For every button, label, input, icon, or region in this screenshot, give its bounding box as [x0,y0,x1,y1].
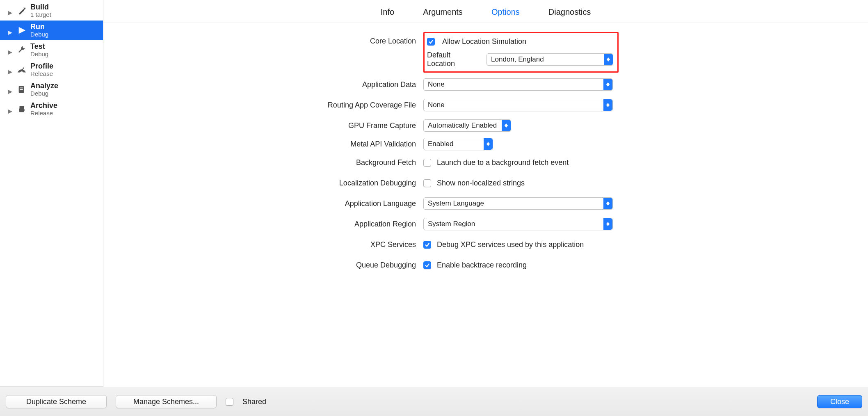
archive-icon [16,105,27,114]
gpu-frame-capture-value: Automatically Enabled [428,121,497,130]
sidebar-item-labels: Build 1 target [30,3,51,18]
xpc-services-check-label: Debug XPC services used by this applicat… [437,240,584,249]
sidebar-item-subtitle: Debug [30,90,58,97]
routing-file-select[interactable]: None [423,99,613,111]
select-stepper-icon [502,120,511,131]
play-icon [16,26,27,35]
gpu-frame-capture-label: GPU Frame Capture [103,121,423,130]
sidebar-item-profile[interactable]: Profile Release [0,60,103,80]
main-area: Build 1 target Run Debug [0,0,868,387]
sidebar-item-title: Analyze [30,82,58,90]
routing-file-label: Routing App Coverage File [103,101,423,110]
disclosure-triangle-icon[interactable] [8,107,12,111]
select-stepper-icon [603,218,612,230]
svg-marker-5 [8,90,12,94]
background-fetch-checkbox[interactable] [423,159,431,167]
sidebar-item-title: Run [30,23,48,31]
queue-debugging-checkbox[interactable] [423,261,431,269]
select-stepper-icon [603,198,612,209]
application-language-label: Application Language [103,199,423,208]
svg-marker-21 [606,203,610,206]
svg-marker-17 [505,126,508,128]
svg-rect-8 [20,89,23,90]
sidebar-item-labels: Archive Release [30,102,57,117]
svg-rect-7 [20,87,23,88]
queue-debugging-check-label: Enable backtrace recording [437,261,527,270]
xpc-services-checkbox[interactable] [423,241,431,249]
select-stepper-icon [603,79,612,90]
svg-marker-19 [487,144,490,146]
tab-diagnostics[interactable]: Diagnostics [548,7,591,17]
svg-marker-2 [19,27,25,34]
application-data-label: Application Data [103,80,423,89]
wrench-icon [16,46,27,55]
shared-checkbox[interactable] [226,398,233,406]
select-stepper-icon [484,138,493,150]
background-fetch-check-label: Launch due to a background fetch event [437,158,569,167]
svg-marker-9 [8,110,12,114]
close-label: Close [830,398,849,406]
gpu-frame-capture-select[interactable]: Automatically Enabled [423,119,511,132]
footer-bar: Duplicate Scheme Manage Schemes... Share… [0,387,868,416]
tab-options[interactable]: Options [491,7,520,17]
disclosure-triangle-icon[interactable] [8,9,12,13]
svg-marker-11 [607,59,610,62]
shared-label: Shared [242,398,266,406]
disclosure-triangle-icon[interactable] [8,28,12,32]
xpc-services-label: XPC Services [103,240,423,249]
svg-marker-13 [606,85,610,87]
svg-marker-4 [8,70,12,74]
duplicate-scheme-button[interactable]: Duplicate Scheme [6,395,107,408]
tab-arguments[interactable]: Arguments [423,7,463,17]
localization-debugging-checkbox[interactable] [423,179,431,187]
localization-debugging-check-label: Show non-localized strings [437,179,525,187]
application-region-select[interactable]: System Region [423,218,613,230]
scheme-editor: Build 1 target Run Debug [0,0,868,416]
tab-info[interactable]: Info [381,7,394,17]
duplicate-scheme-label: Duplicate Scheme [26,398,86,406]
manage-schemes-label: Manage Schemes... [133,398,199,406]
hammer-icon [16,6,27,15]
sidebar-item-test[interactable]: Test Debug [0,40,103,60]
application-language-value: System Language [428,199,484,208]
select-stepper-icon [604,54,613,65]
gauge-icon [16,65,27,74]
svg-marker-3 [8,50,12,55]
application-language-select[interactable]: System Language [423,197,613,210]
sidebar-item-subtitle: 1 target [30,11,51,18]
metal-api-validation-select[interactable]: Enabled [423,138,493,150]
routing-file-value: None [428,101,445,109]
disclosure-triangle-icon[interactable] [8,87,12,91]
default-location-select[interactable]: London, England [487,53,613,66]
sidebar-item-analyze[interactable]: Analyze Debug [0,80,103,99]
core-location-highlight: Allow Location Simulation Default Locati… [423,32,619,73]
application-region-value: System Region [428,220,475,228]
scheme-sidebar: Build 1 target Run Debug [0,0,103,387]
svg-marker-23 [606,224,610,226]
core-location-label: Core Location [103,32,423,46]
close-button[interactable]: Close [817,395,862,408]
sidebar-item-run[interactable]: Run Debug [0,21,103,40]
manage-schemes-button[interactable]: Manage Schemes... [116,395,217,408]
analyze-icon [16,85,27,94]
sidebar-item-labels: Run Debug [30,23,48,38]
sidebar-item-title: Archive [30,102,57,110]
sidebar-item-build[interactable]: Build 1 target [0,1,103,21]
default-location-label: Default Location [427,51,479,68]
sidebar-item-labels: Test Debug [30,43,48,57]
localization-debugging-label: Localization Debugging [103,179,423,187]
sidebar-item-archive[interactable]: Archive Release [0,99,103,119]
background-fetch-label: Background Fetch [103,158,423,167]
disclosure-triangle-icon[interactable] [8,48,12,52]
sidebar-item-labels: Analyze Debug [30,82,58,97]
tab-bar: Info Arguments Options Diagnostics [103,0,868,23]
disclosure-triangle-icon[interactable] [8,68,12,72]
application-region-label: Application Region [103,220,423,229]
metal-api-validation-value: Enabled [428,140,453,148]
application-data-select[interactable]: None [423,78,613,91]
application-data-value: None [428,80,445,89]
svg-marker-15 [606,105,610,107]
sidebar-item-title: Test [30,43,48,51]
allow-location-simulation-checkbox[interactable] [427,38,435,46]
sidebar-item-subtitle: Debug [30,51,48,58]
